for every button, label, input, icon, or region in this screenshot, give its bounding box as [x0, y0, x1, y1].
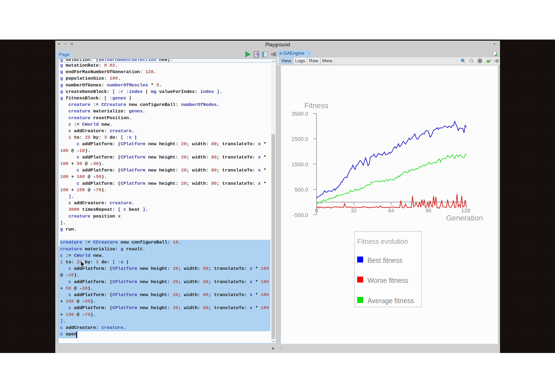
svg-text:2500.0: 2500.0 [292, 136, 308, 142]
svg-text:128: 128 [461, 208, 470, 213]
svg-text:500.0: 500.0 [295, 187, 308, 193]
svg-text:64: 64 [388, 208, 394, 213]
svg-text:32: 32 [351, 208, 357, 213]
svg-text:3500.0: 3500.0 [292, 111, 308, 117]
svg-text:0: 0 [315, 208, 318, 213]
svg-text:96: 96 [425, 208, 431, 213]
svg-text:1500.0: 1500.0 [292, 161, 308, 167]
svg-text:Generation: Generation [446, 214, 483, 222]
svg-text:-500.0: -500.0 [293, 212, 308, 218]
svg-text:Fitness: Fitness [304, 101, 328, 110]
